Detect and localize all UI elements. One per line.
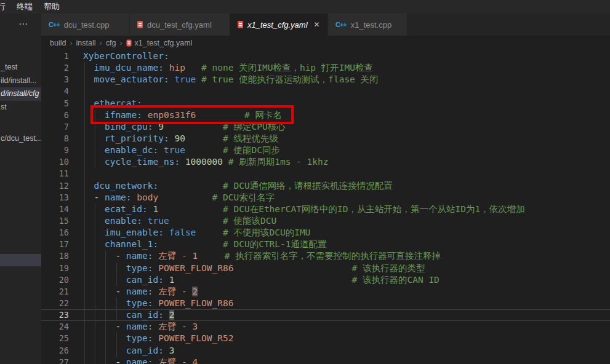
code-token: true [164, 145, 185, 155]
sidebar-list-item[interactable]: ild/install... [0, 74, 41, 88]
more-actions-icon[interactable]: ⋯ [18, 18, 28, 30]
code-token: # 使能DC同步 [223, 145, 280, 155]
code-content [83, 85, 610, 97]
indent-guide [84, 239, 85, 250]
code-token [83, 133, 105, 143]
code-line-18[interactable]: 18 - name: 左臂 - 1 # 执行器索引名字，不需要控制的执行器可直接… [41, 250, 610, 262]
code-line-20[interactable]: 20 can_id: 1 # 该执行器的CAN ID [41, 274, 610, 286]
code-token [83, 122, 105, 132]
yaml-file-icon [137, 21, 143, 28]
code-line-19[interactable]: 19 type: POWER_FLOW_R86 # 该执行器的类型 [41, 263, 610, 274]
code-token [142, 216, 148, 226]
code-token: 90 [174, 133, 185, 143]
code-line-4[interactable]: 4 [41, 85, 610, 97]
breadcrumb-file-label: x1_test_cfg.yaml [135, 39, 193, 47]
code-token: dcu_network: [94, 181, 158, 191]
code-line-6[interactable]: 6 ifname: enp0s31f6 # 网卡名 [41, 109, 610, 121]
menu-item-help[interactable]: 帮助 [38, 0, 65, 14]
tab-label: dcu_test.cpp [64, 20, 110, 30]
code-line-14[interactable]: 14 ecat_id: 1 # DCU在EtherCAT网络中的ID，从主站开始… [41, 204, 610, 215]
menu-item-run[interactable]: 行 [0, 0, 11, 14]
sidebar-panel: ⋯ _testild/install...d/install/cfgstc/dc… [0, 14, 41, 364]
sidebar-list-item[interactable]: d/install/cfg [0, 87, 41, 101]
code-line-2[interactable]: 2 imu_dcu_name: hip # none 关闭IMU检查，hip 打… [41, 62, 610, 74]
code-line-7[interactable]: 7 bind_cpu: 9 # 绑定CPU核心 [41, 121, 610, 133]
indent-guide [105, 333, 106, 344]
code-content: - name: 左臂 - 1 # 执行器索引名字，不需要控制的执行器可直接注释掉 [83, 250, 610, 262]
sidebar-selected-strip[interactable] [0, 254, 41, 266]
code-token: move_actuator: [94, 74, 169, 84]
line-number: 11 [41, 168, 69, 180]
breadcrumb-item[interactable]: install [76, 39, 96, 47]
breadcrumb-item[interactable]: cfg [106, 39, 116, 47]
code-line-10[interactable]: 10 cycle_time_ns: 1000000 # 刷新周期1ms - 1k… [41, 156, 610, 168]
code-line-15[interactable]: 15 enable: true # 使能该DCU [41, 215, 610, 227]
indent-guide [105, 321, 106, 333]
breadcrumb-separator: › [100, 39, 102, 47]
breadcrumb-item-file[interactable]: x1_test_cfg.yaml [126, 39, 193, 47]
line-number: 27 [41, 357, 69, 364]
code-line-22[interactable]: 22 type: POWER_FLOW_R86 [41, 298, 610, 309]
breadcrumb-separator: › [70, 39, 72, 47]
code-content: - name: body # DCU索引名字 [83, 192, 610, 204]
code-token [198, 251, 225, 261]
indent-guide [95, 109, 95, 121]
indent-guide [95, 298, 95, 309]
indent-guide [95, 133, 95, 144]
sidebar-list-item[interactable]: _test [0, 61, 41, 74]
code-line-21[interactable]: 21 - name: 左臂 - 2 [41, 286, 610, 298]
code-content: - name: 左臂 - 3 [83, 321, 610, 333]
indent-guide [116, 345, 117, 357]
code-token [164, 63, 169, 73]
code-token: rt_priority: [105, 133, 169, 143]
indent-guide [84, 192, 85, 204]
code-token: # DCU通信网络，请根据实机连接情况配置 [223, 181, 393, 191]
code-token: body [137, 192, 158, 202]
sidebar-list-item[interactable]: c/dcu_test... [0, 132, 41, 146]
indent-guide [95, 357, 95, 364]
code-token: cycle_time_ns: [105, 157, 180, 167]
code-token: # 使能该DCU [223, 216, 276, 226]
code-line-13[interactable]: 13 - name: body # DCU索引名字 [41, 192, 610, 204]
tab-x1_test.cpp[interactable]: C++x1_test.cpp [328, 14, 407, 36]
code-token [158, 239, 223, 249]
code-line-24[interactable]: 24 - name: 左臂 - 3 [41, 321, 610, 333]
indent-guide [95, 121, 95, 133]
code-line-17[interactable]: 17 channel_1: # DCU的CTRL-1通道配置 [41, 239, 610, 250]
indent-guide [84, 85, 85, 97]
code-line-25[interactable]: 25 type: POWER_FLOW_R52 [41, 333, 610, 344]
code-line-23[interactable]: 23 can_id: 2 [41, 309, 610, 321]
code-token [158, 181, 223, 191]
code-token: # 不使用该DCU的IMU [223, 228, 310, 237]
indent-guide [84, 204, 85, 215]
close-tab-icon[interactable]: ✕ [314, 20, 320, 29]
sidebar-list-item[interactable]: st [0, 101, 41, 114]
code-token [164, 310, 169, 320]
code-token: 左臂 - 1 [158, 251, 198, 261]
code-token [83, 110, 105, 120]
tab-dcu_test.cpp[interactable]: C++dcu_test.cpp [41, 14, 129, 36]
code-token: # 绑定CPU核心 [223, 122, 286, 132]
line-number: 6 [41, 109, 69, 121]
code-line-8[interactable]: 8 rt_priority: 90 # 线程优先级 [41, 133, 610, 144]
menu-item-terminal[interactable]: 终端 [11, 0, 38, 14]
code-editor[interactable]: 1XyberController:2 imu_dcu_name: hip # n… [41, 50, 610, 364]
tab-dcu_test_cfg.yaml[interactable]: dcu_test_cfg.yaml [130, 14, 230, 36]
code-line-16[interactable]: 16 imu_enable: false # 不使用该DCU的IMU [41, 227, 610, 239]
breadcrumb-item[interactable]: build [50, 39, 66, 47]
code-line-9[interactable]: 9 enable_dc: true # 使能DC同步 [41, 144, 610, 156]
code-line-26[interactable]: 26 can_id: 3 [41, 345, 610, 357]
indent-guide [84, 274, 85, 286]
code-token: 左臂 - 4 [158, 357, 198, 364]
code-line-3[interactable]: 3 move_actuator: true # true 使能执行器运动测试，f… [41, 74, 610, 85]
indent-guide [84, 357, 85, 364]
code-line-27[interactable]: 27 - name: 左臂 - 4 [41, 357, 610, 364]
tab-x1_test_cfg.yaml[interactable]: x1_test_cfg.yaml✕ [230, 14, 327, 36]
code-line-12[interactable]: 12 dcu_network: # DCU通信网络，请根据实机连接情况配置 [41, 180, 610, 192]
line-number: 7 [41, 121, 69, 133]
code-content: ethercat: [83, 98, 610, 109]
code-token: 3 [169, 346, 175, 355]
code-line-1[interactable]: 1XyberController: [41, 50, 610, 62]
code-line-11[interactable]: 11 [41, 168, 610, 180]
code-line-5[interactable]: 5 ethercat: [41, 98, 610, 109]
